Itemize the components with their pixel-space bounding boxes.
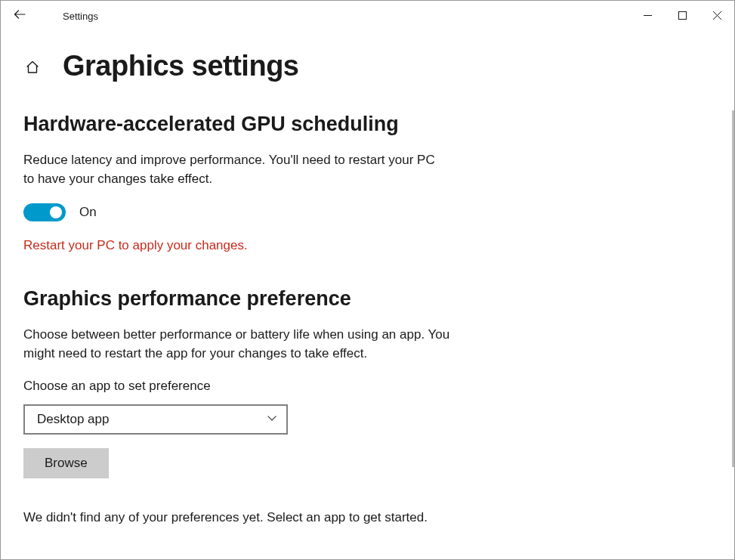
no-preferences-message: We didn't find any of your preferences y… (23, 510, 734, 525)
home-button[interactable] (23, 60, 42, 78)
page-title: Graphics settings (63, 50, 298, 82)
app-type-dropdown-value: Desktop app (37, 412, 109, 427)
choose-app-label: Choose an app to set preference (23, 379, 734, 394)
content-area: Graphics settings Hardware-accelerated G… (1, 31, 734, 560)
close-button[interactable] (699, 1, 734, 31)
home-icon (25, 60, 40, 78)
perf-pref-description: Choose between better performance or bat… (23, 326, 462, 363)
page-header: Graphics settings (23, 50, 734, 82)
window-title: Settings (63, 11, 98, 22)
gpu-scheduling-heading: Hardware-accelerated GPU scheduling (23, 113, 734, 136)
perf-pref-heading: Graphics performance preference (23, 287, 734, 311)
titlebar: Settings (1, 1, 734, 31)
minimize-button[interactable] (630, 1, 665, 31)
close-icon (713, 9, 721, 23)
app-type-dropdown[interactable]: Desktop app (23, 404, 288, 435)
gpu-scheduling-toggle-label: On (79, 205, 97, 220)
toggle-thumb (50, 206, 62, 218)
back-arrow-icon (14, 8, 26, 23)
chevron-down-icon (267, 413, 277, 426)
window-controls (630, 1, 734, 31)
back-button[interactable] (1, 1, 39, 31)
maximize-button[interactable] (665, 1, 699, 31)
restart-warning: Restart your PC to apply your changes. (23, 238, 734, 253)
svg-rect-1 (678, 12, 686, 20)
gpu-scheduling-toggle[interactable] (23, 203, 66, 221)
gpu-scheduling-description: Reduce latency and improve performance. … (23, 151, 446, 188)
scrollbar[interactable] (732, 110, 734, 467)
maximize-icon (678, 9, 687, 23)
minimize-icon (644, 9, 652, 23)
gpu-scheduling-toggle-row: On (23, 203, 734, 221)
browse-button[interactable]: Browse (23, 448, 109, 478)
